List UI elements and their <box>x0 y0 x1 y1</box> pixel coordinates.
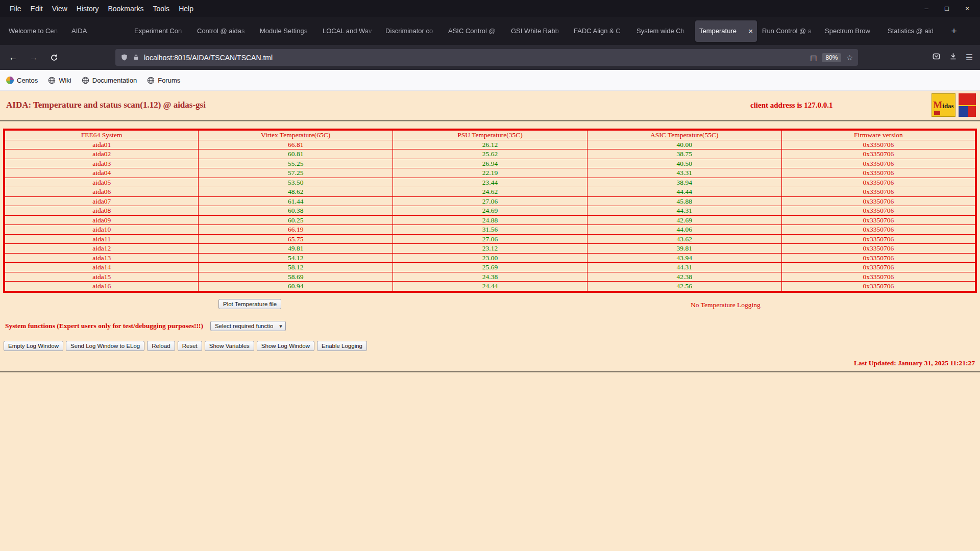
table-cell: 66.81 <box>199 140 393 149</box>
system-functions-row: System functions (Expert users only for … <box>5 319 980 333</box>
forward-icon[interactable]: → <box>26 49 42 66</box>
tab-experiment-con[interactable]: Experiment Con <box>130 20 192 42</box>
menu-history[interactable]: History <box>72 3 104 14</box>
menu-help[interactable]: Help <box>174 3 198 14</box>
tab-label: GSI White Rabb <box>511 27 565 35</box>
table-cell: 45.88 <box>587 196 781 206</box>
pocket-icon[interactable] <box>932 52 941 63</box>
zoom-level-badge[interactable]: 80% <box>822 53 841 62</box>
table-cell: aida13 <box>4 253 199 263</box>
table-cell: 44.44 <box>587 187 781 197</box>
institute-logo[interactable] <box>959 93 976 117</box>
hamburger-menu-icon[interactable]: ☰ <box>966 53 973 62</box>
table-cell: 0x3350706 <box>781 215 976 225</box>
table-cell: 23.12 <box>393 244 587 254</box>
shield-icon[interactable] <box>120 54 128 61</box>
url-text[interactable]: localhost:8015/AIDA/TSCAN/TSCAN.tml <box>144 54 806 62</box>
table-cell: aida15 <box>4 272 199 282</box>
enable-logging-button[interactable]: Enable Logging <box>317 341 367 351</box>
minimize-icon[interactable]: – <box>923 5 930 12</box>
table-cell: 24.62 <box>393 187 587 197</box>
bookmark-documentation[interactable]: Documentation <box>82 77 137 84</box>
institute-logo-bottom <box>959 106 976 117</box>
table-cell: 31.56 <box>393 225 587 235</box>
function-select[interactable]: Select required function <box>210 321 286 331</box>
maximize-icon[interactable]: □ <box>943 5 950 12</box>
empty-log-window-button[interactable]: Empty Log Window <box>4 341 63 351</box>
tab-local-and-wav[interactable]: LOCAL and Wav <box>318 20 380 42</box>
tab-run-control-a[interactable]: Run Control @ a <box>758 20 820 42</box>
menu-items: FileEditViewHistoryBookmarksToolsHelp <box>5 3 198 14</box>
new-tab-button[interactable]: + <box>946 23 962 39</box>
table-cell: 58.69 <box>199 272 393 282</box>
tab-aida[interactable]: AIDA <box>67 20 129 42</box>
menu-bookmarks[interactable]: Bookmarks <box>103 3 148 14</box>
tab-label: ASIC Control @ <box>448 27 502 35</box>
downloads-icon[interactable] <box>949 52 958 63</box>
menu-edit[interactable]: Edit <box>26 3 47 14</box>
bottom-divider <box>0 371 980 372</box>
back-icon[interactable]: ← <box>5 49 21 66</box>
tab-fadc-align-c[interactable]: FADC Align & C <box>570 20 631 42</box>
tab-discriminator-co[interactable]: Discriminator co <box>381 20 443 42</box>
midas-logo[interactable]: Midas <box>932 93 955 117</box>
tab-label: Module Settings <box>260 27 313 35</box>
table-cell: aida08 <box>4 206 199 216</box>
table-cell: 65.75 <box>199 234 393 244</box>
table-cell: aida16 <box>4 282 199 292</box>
menu-tools[interactable]: Tools <box>148 3 174 14</box>
reload-button[interactable]: Reload <box>147 341 175 351</box>
show-log-window-button[interactable]: Show Log Window <box>257 341 314 351</box>
table-cell: 0x3350706 <box>781 187 976 197</box>
table-row-aida12: aida1249.8123.1239.810x3350706 <box>4 244 976 254</box>
logos: Midas <box>932 93 976 117</box>
table-cell: 0x3350706 <box>781 178 976 187</box>
close-icon[interactable]: × <box>964 5 971 12</box>
page-content: AIDA: Temperature and status scan(1.12) … <box>0 91 980 551</box>
tab-temperature[interactable]: Temperature× <box>695 20 757 42</box>
table-cell: 60.38 <box>199 206 393 216</box>
reset-button[interactable]: Reset <box>178 341 202 351</box>
menu-view[interactable]: View <box>47 3 72 14</box>
table-cell: 38.94 <box>587 178 781 187</box>
bookmark-wiki[interactable]: Wiki <box>48 77 71 84</box>
table-cell: aida04 <box>4 168 199 178</box>
tab-label: AIDA <box>71 27 125 35</box>
toolbar-right-icons: ☰ <box>932 52 973 63</box>
table-cell: 25.69 <box>393 263 587 272</box>
table-cell: aida10 <box>4 225 199 235</box>
tab-gsi-white-rabb[interactable]: GSI White Rabb <box>507 20 569 42</box>
reload-icon[interactable] <box>46 49 62 66</box>
bookmark-star-icon[interactable]: ☆ <box>846 54 853 62</box>
menu-file[interactable]: File <box>5 3 26 14</box>
table-row-aida14: aida1458.1225.6944.310x3350706 <box>4 263 976 272</box>
close-tab-icon[interactable]: × <box>748 27 753 35</box>
show-variables-button[interactable]: Show Variables <box>205 341 254 351</box>
tab-system-wide-ch[interactable]: System wide Ch <box>632 20 694 42</box>
table-cell: 39.81 <box>587 244 781 254</box>
table-cell: aida07 <box>4 196 199 206</box>
url-bar[interactable]: localhost:8015/AIDA/TSCAN/TSCAN.tml ▤ 80… <box>115 49 858 66</box>
table-cell: 43.94 <box>587 253 781 263</box>
lock-icon[interactable] <box>132 54 140 61</box>
tab-statistics-aid[interactable]: Statistics @ aid <box>884 20 945 42</box>
institute-logo-top <box>959 93 976 106</box>
tab-asic-control[interactable]: ASIC Control @ <box>444 20 506 42</box>
table-cell: 42.56 <box>587 282 781 292</box>
plot-temperature-button[interactable]: Plot Temperature file <box>218 299 281 309</box>
bookmark-centos[interactable]: Centos <box>6 77 38 84</box>
table-cell: 24.38 <box>393 272 587 282</box>
last-updated: Last Updated: January 31, 2025 11:21:27 <box>0 359 975 367</box>
tab-spectrum-brow[interactable]: Spectrum Brow <box>821 20 883 42</box>
reader-mode-icon[interactable]: ▤ <box>810 54 817 62</box>
column-header-virtex-temperature-65c: Virtex Temperature(65C) <box>199 130 393 140</box>
tab-module-settings[interactable]: Module Settings <box>256 20 317 42</box>
table-cell: 60.94 <box>199 282 393 292</box>
tab-control-aidas[interactable]: Control @ aidas <box>193 20 255 42</box>
tab-welcome-to-cen[interactable]: Welcome to Cen <box>5 20 66 42</box>
table-cell: 61.44 <box>199 196 393 206</box>
bookmark-label: Forums <box>158 77 180 84</box>
table-cell: 0x3350706 <box>781 253 976 263</box>
bookmark-forums[interactable]: Forums <box>147 77 180 84</box>
send-log-window-to-elog-button[interactable]: Send Log Window to ELog <box>66 341 144 351</box>
